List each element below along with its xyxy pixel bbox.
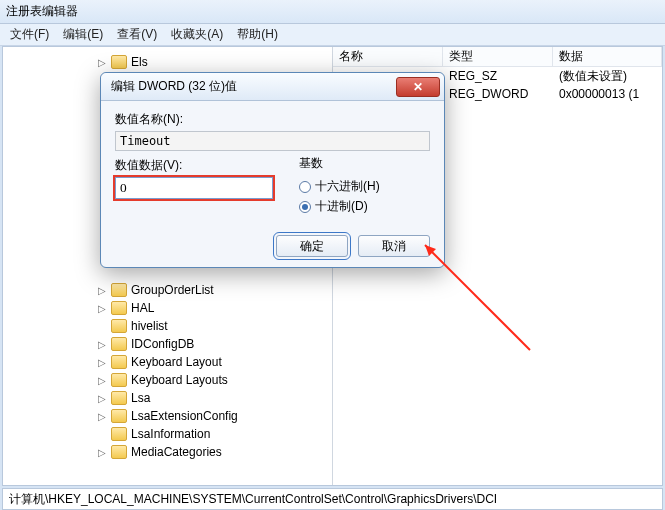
tree-item[interactable]: ▷HAL <box>3 299 332 317</box>
menu-help[interactable]: 帮助(H) <box>237 26 278 43</box>
edit-dword-dialog: 编辑 DWORD (32 位)值 ✕ 数值名称(N): Timeout 数值数据… <box>100 72 445 268</box>
folder-icon <box>111 283 127 297</box>
tree-item-label: IDConfigDB <box>131 337 194 351</box>
tree-item-label: LsaExtensionConfig <box>131 409 238 423</box>
expander-icon[interactable]: ▷ <box>97 411 107 422</box>
window-titlebar: 注册表编辑器 <box>0 0 665 24</box>
folder-icon <box>111 427 127 441</box>
tree-item[interactable]: ▷Keyboard Layouts <box>3 371 332 389</box>
tree-item-label: GroupOrderList <box>131 283 214 297</box>
dialog-title: 编辑 DWORD (32 位)值 <box>111 78 237 95</box>
expander-icon[interactable]: ▷ <box>97 57 107 68</box>
menu-favorites[interactable]: 收藏夹(A) <box>171 26 223 43</box>
tree-item[interactable]: hivelist <box>3 317 332 335</box>
col-header-name[interactable]: 名称 <box>333 47 443 66</box>
expander-icon[interactable]: ▷ <box>97 357 107 368</box>
folder-icon <box>111 301 127 315</box>
radio-dec[interactable]: 十进制(D) <box>299 198 380 215</box>
statusbar: 计算机\HKEY_LOCAL_MACHINE\SYSTEM\CurrentCon… <box>2 488 663 510</box>
value-data-input[interactable] <box>115 177 273 199</box>
window-title: 注册表编辑器 <box>6 3 78 20</box>
radio-hex[interactable]: 十六进制(H) <box>299 178 380 195</box>
statusbar-path: 计算机\HKEY_LOCAL_MACHINE\SYSTEM\CurrentCon… <box>9 491 497 508</box>
expander-icon[interactable]: ▷ <box>97 339 107 350</box>
expander-icon[interactable]: ▷ <box>97 285 107 296</box>
col-header-data[interactable]: 数据 <box>553 47 662 66</box>
folder-icon <box>111 391 127 405</box>
value-name-field: Timeout <box>115 131 430 151</box>
tree-item[interactable]: ▷GroupOrderList <box>3 281 332 299</box>
folder-icon <box>111 55 127 69</box>
menu-view[interactable]: 查看(V) <box>117 26 157 43</box>
tree-item-label: Keyboard Layouts <box>131 373 228 387</box>
value-data-label: 数值数据(V): <box>115 157 273 174</box>
folder-icon <box>111 337 127 351</box>
close-icon: ✕ <box>413 80 423 94</box>
folder-icon <box>111 355 127 369</box>
radio-icon <box>299 201 311 213</box>
radio-hex-label: 十六进制(H) <box>315 178 380 195</box>
list-header: 名称 类型 数据 <box>333 47 662 67</box>
cell-type: REG_DWORD <box>443 87 553 101</box>
tree-item-els[interactable]: ▷ Els <box>3 53 332 71</box>
tree-item-label: Els <box>131 55 148 69</box>
tree-item[interactable]: ▷IDConfigDB <box>3 335 332 353</box>
cancel-button-label: 取消 <box>382 238 406 255</box>
tree-item-label: hivelist <box>131 319 168 333</box>
folder-icon <box>111 319 127 333</box>
folder-icon <box>111 409 127 423</box>
value-name-text: Timeout <box>120 134 171 148</box>
menu-edit[interactable]: 编辑(E) <box>63 26 103 43</box>
folder-icon <box>111 445 127 459</box>
tree-item[interactable]: ▷MediaCategories <box>3 443 332 461</box>
tree-item-label: HAL <box>131 301 154 315</box>
value-name-label: 数值名称(N): <box>115 111 430 128</box>
base-label: 基数 <box>299 155 380 172</box>
tree-item[interactable]: LsaInformation <box>3 425 332 443</box>
expander-icon[interactable]: ▷ <box>97 303 107 314</box>
tree-item[interactable]: ▷Lsa <box>3 389 332 407</box>
col-header-type[interactable]: 类型 <box>443 47 553 66</box>
tree-item[interactable]: ▷Keyboard Layout <box>3 353 332 371</box>
radio-dec-label: 十进制(D) <box>315 198 368 215</box>
cell-type: REG_SZ <box>443 69 553 83</box>
close-button[interactable]: ✕ <box>396 77 440 97</box>
cell-data: (数值未设置) <box>553 68 662 85</box>
cell-data: 0x00000013 (1 <box>553 87 662 101</box>
ok-button[interactable]: 确定 <box>276 235 348 257</box>
tree-item[interactable]: ▷LsaExtensionConfig <box>3 407 332 425</box>
expander-icon[interactable]: ▷ <box>97 393 107 404</box>
expander-icon[interactable] <box>97 429 107 440</box>
ok-button-label: 确定 <box>300 238 324 255</box>
folder-icon <box>111 373 127 387</box>
tree-item-label: LsaInformation <box>131 427 210 441</box>
expander-icon[interactable]: ▷ <box>97 375 107 386</box>
tree-item-label: Keyboard Layout <box>131 355 222 369</box>
tree-item-label: MediaCategories <box>131 445 222 459</box>
dialog-titlebar[interactable]: 编辑 DWORD (32 位)值 ✕ <box>101 73 444 101</box>
expander-icon[interactable] <box>97 321 107 332</box>
menu-file[interactable]: 文件(F) <box>10 26 49 43</box>
cancel-button[interactable]: 取消 <box>358 235 430 257</box>
menubar: 文件(F) 编辑(E) 查看(V) 收藏夹(A) 帮助(H) <box>0 24 665 46</box>
radio-icon <box>299 181 311 193</box>
expander-icon[interactable]: ▷ <box>97 447 107 458</box>
tree-item-label: Lsa <box>131 391 150 405</box>
